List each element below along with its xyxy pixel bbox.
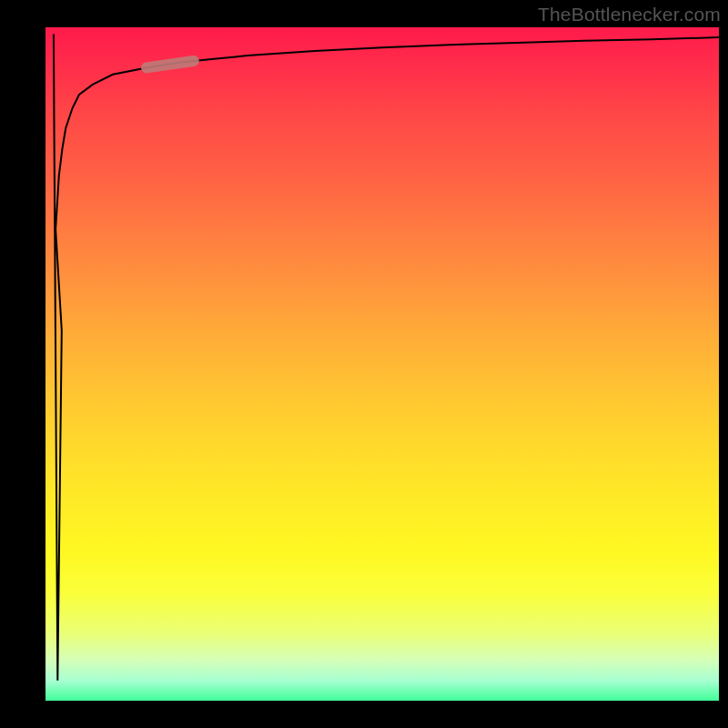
bottleneck-curve <box>54 34 719 680</box>
plot-area <box>46 27 719 701</box>
curve-highlight-segment <box>147 61 194 67</box>
curve-overlay <box>46 27 719 701</box>
watermark-text: TheBottlenecker.com <box>538 4 721 25</box>
chart-frame: TheBottlenecker.com <box>0 0 728 728</box>
